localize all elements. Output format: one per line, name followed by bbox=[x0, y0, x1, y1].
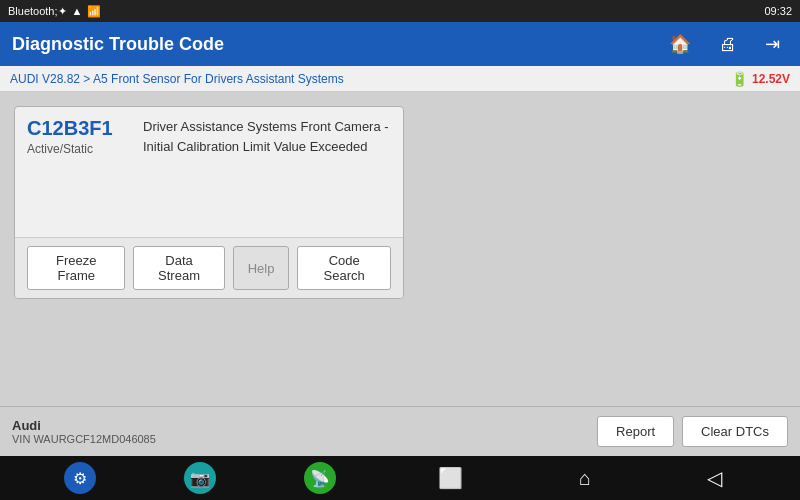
bluetooth-icon: Bluetooth;✦ bbox=[8, 5, 67, 18]
dtc-left-panel: C12B3F1 Active/Static bbox=[27, 117, 127, 227]
vehicle-name: Audi bbox=[12, 418, 156, 433]
freeze-frame-button[interactable]: Freeze Frame bbox=[27, 246, 125, 290]
battery-indicator: 🔋 12.52V bbox=[731, 71, 790, 87]
bottom-bar: Audi VIN WAURGCF12MD046085 Report Clear … bbox=[0, 406, 800, 456]
breadcrumb: AUDI V28.82 > A5 Front Sensor For Driver… bbox=[10, 72, 344, 86]
dtc-code: C12B3F1 bbox=[27, 117, 127, 140]
home-button[interactable]: 🏠 bbox=[661, 29, 699, 59]
clear-dtcs-button[interactable]: Clear DTCs bbox=[682, 416, 788, 447]
dtc-description: Driver Assistance Systems Front Camera -… bbox=[143, 117, 391, 227]
time-display: 09:32 bbox=[764, 5, 792, 17]
status-bar: Bluetooth;✦ ▲ 📶 09:32 bbox=[0, 0, 800, 22]
print-button[interactable]: 🖨 bbox=[711, 30, 745, 59]
data-stream-button[interactable]: Data Stream bbox=[133, 246, 224, 290]
dtc-status: Active/Static bbox=[27, 142, 127, 156]
vehicle-vin: VIN WAURGCF12MD046085 bbox=[12, 433, 156, 445]
dtc-card: C12B3F1 Active/Static Driver Assistance … bbox=[14, 106, 404, 299]
battery-icon: 🔋 bbox=[731, 71, 748, 87]
help-button[interactable]: Help bbox=[233, 246, 290, 290]
back-nav-icon[interactable]: ◁ bbox=[693, 460, 736, 496]
dtc-card-body: C12B3F1 Active/Static Driver Assistance … bbox=[15, 107, 403, 237]
wifi-icon: ▲ bbox=[72, 5, 83, 17]
code-search-button[interactable]: Code Search bbox=[297, 246, 391, 290]
home-nav-icon[interactable]: ⌂ bbox=[565, 461, 605, 496]
header: Diagnostic Trouble Code 🏠 🖨 ⇥ bbox=[0, 22, 800, 66]
main-content: C12B3F1 Active/Static Driver Assistance … bbox=[0, 92, 800, 406]
header-actions: 🏠 🖨 ⇥ bbox=[661, 29, 788, 59]
status-icons-left: Bluetooth;✦ ▲ 📶 bbox=[8, 5, 101, 18]
settings-app-icon[interactable]: ⚙ bbox=[64, 462, 96, 494]
signal-icon: 📶 bbox=[87, 5, 101, 18]
camera-app-icon[interactable]: 📷 bbox=[184, 462, 216, 494]
dtc-card-footer: Freeze Frame Data Stream Help Code Searc… bbox=[15, 237, 403, 298]
breadcrumb-bar: AUDI V28.82 > A5 Front Sensor For Driver… bbox=[0, 66, 800, 92]
android-nav-bar: ⚙ 📷 📡 ⬜ ⌂ ◁ bbox=[0, 456, 800, 500]
battery-voltage: 12.52V bbox=[752, 72, 790, 86]
status-icons-right: 09:32 bbox=[764, 5, 792, 17]
recent-apps-icon[interactable]: ⬜ bbox=[424, 460, 477, 496]
vehicle-info: Audi VIN WAURGCF12MD046085 bbox=[12, 418, 156, 445]
exit-button[interactable]: ⇥ bbox=[757, 29, 788, 59]
report-button[interactable]: Report bbox=[597, 416, 674, 447]
diagnostic-app-icon[interactable]: 📡 bbox=[304, 462, 336, 494]
page-title: Diagnostic Trouble Code bbox=[12, 34, 224, 55]
footer-buttons: Report Clear DTCs bbox=[597, 416, 788, 447]
